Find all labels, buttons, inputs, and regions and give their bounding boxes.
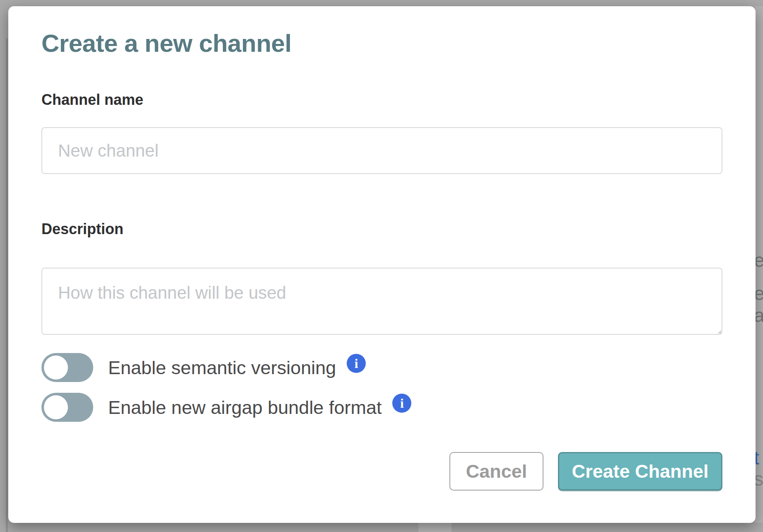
- semantic-versioning-label: Enable semantic versioning: [108, 358, 336, 377]
- create-channel-modal: Create a new channel Channel name Descri…: [8, 6, 756, 523]
- screen: e e a t s Create a new channel Channel n…: [0, 0, 763, 532]
- toggle-knob: [44, 395, 68, 419]
- semantic-versioning-row: Enable semantic versioning i: [41, 353, 722, 382]
- description-textarea[interactable]: [41, 268, 722, 335]
- airgap-bundle-label: Enable new airgap bundle format: [108, 398, 382, 417]
- modal-title: Create a new channel: [41, 29, 722, 58]
- background-card-edge: [6, 38, 8, 532]
- modal-actions: Cancel Create Channel: [41, 452, 722, 491]
- description-label: Description: [41, 220, 722, 238]
- cancel-button[interactable]: Cancel: [449, 452, 543, 491]
- airgap-bundle-row: Enable new airgap bundle format i: [41, 393, 722, 422]
- airgap-bundle-toggle[interactable]: [41, 393, 93, 422]
- create-channel-button[interactable]: Create Channel: [558, 452, 722, 491]
- info-icon[interactable]: i: [347, 354, 366, 373]
- channel-name-label: Channel name: [41, 91, 722, 109]
- toggle-knob: [44, 355, 68, 380]
- background-block: [418, 523, 452, 532]
- info-icon[interactable]: i: [392, 394, 411, 413]
- channel-name-input[interactable]: [41, 127, 722, 174]
- semantic-versioning-toggle[interactable]: [41, 353, 93, 382]
